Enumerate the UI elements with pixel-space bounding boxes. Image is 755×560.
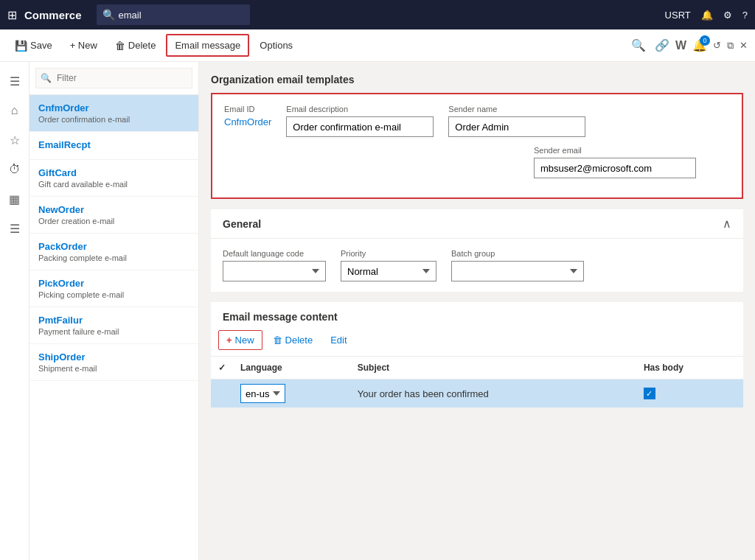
- table-header-row: ✓ Language Subject Has body: [211, 357, 743, 379]
- email-content-title: Email message content: [223, 311, 731, 323]
- sidebar-table-button[interactable]: ▦: [1, 186, 28, 212]
- email-id-group: Email ID CnfmOrder: [224, 105, 271, 137]
- list-item-title: PickOrder: [38, 278, 189, 289]
- lang-code-select[interactable]: [223, 261, 326, 281]
- priority-label: Priority: [341, 249, 436, 258]
- list-item-title: GiftCard: [38, 167, 189, 178]
- general-collapse-button[interactable]: ∧: [723, 217, 731, 231]
- delete-button[interactable]: 🗑 Delete: [108, 35, 164, 56]
- list-item-title: NewOrder: [38, 204, 189, 215]
- email-content-section: Email message content + New 🗑 Delete Edi…: [211, 302, 743, 408]
- list-item[interactable]: PickOrder Picking complete e-mail: [29, 270, 198, 307]
- filter-input[interactable]: [35, 68, 192, 88]
- sender-name-input[interactable]: [448, 116, 585, 137]
- connect-icon[interactable]: 🔗: [655, 38, 669, 52]
- top-navigation: ⊞ Commerce 🔍 USRT 🔔 ⚙ ?: [0, 0, 755, 29]
- email-id-label: Email ID: [224, 105, 271, 113]
- table-row[interactable]: en-us Your order has been confirmed ✓: [211, 379, 743, 408]
- col-subject: Subject: [350, 357, 636, 379]
- bell-icon[interactable]: 🔔: [701, 10, 713, 21]
- refresh-icon[interactable]: ↺: [713, 40, 721, 51]
- form-row-2: Sender email: [224, 146, 730, 178]
- content-panel: Organization email templates Email ID Cn…: [199, 62, 755, 560]
- user-label: USRT: [665, 10, 691, 21]
- sidebar-list-button[interactable]: ☰: [1, 215, 28, 242]
- list-item[interactable]: PackOrder Packing complete e-mail: [29, 234, 198, 270]
- table-body: en-us Your order has been confirmed ✓: [211, 379, 743, 408]
- delete-icon: 🗑: [115, 40, 125, 52]
- priority-select[interactable]: Normal High Low: [341, 261, 436, 281]
- row-language: en-us: [233, 379, 350, 408]
- list-item[interactable]: PmtFailur Payment failure e-mail: [29, 307, 198, 344]
- sender-email-group: Sender email: [534, 146, 696, 178]
- row-check: [211, 379, 233, 408]
- list-item-subtitle: Gift card available e-mail: [38, 180, 189, 189]
- list-item-title: PmtFailur: [38, 315, 189, 326]
- general-title: General: [223, 218, 261, 230]
- sidebar-recent-button[interactable]: ⏱: [1, 156, 28, 183]
- list-item-subtitle: Order creation e-mail: [38, 217, 189, 225]
- batch-group-group: Batch group: [451, 249, 584, 281]
- row-subject: Your order has been confirmed: [350, 379, 636, 408]
- new-button[interactable]: + New: [63, 35, 105, 55]
- content-edit-button[interactable]: Edit: [323, 331, 354, 349]
- app-title: Commerce: [24, 9, 82, 21]
- col-language: Language: [233, 357, 350, 379]
- sender-name-label: Sender name: [448, 105, 585, 113]
- main-layout: ☰ ⌂ ☆ ⏱ ▦ ☰ 🔍 CnfmOrder Order confirmati…: [0, 62, 755, 560]
- open-new-icon[interactable]: ⧉: [727, 40, 734, 52]
- list-item[interactable]: EmailRecpt: [29, 132, 198, 160]
- save-button[interactable]: 💾 Save: [7, 35, 60, 56]
- list-item[interactable]: NewOrder Order creation e-mail: [29, 197, 198, 234]
- email-desc-input[interactable]: [286, 116, 434, 137]
- sender-name-group: Sender name: [448, 105, 585, 137]
- content-table: ✓ Language Subject Has body en-us: [211, 357, 743, 408]
- list-panel: 🔍 CnfmOrder Order confirmation e-mail Em…: [29, 62, 199, 560]
- global-search-input[interactable]: [97, 4, 250, 25]
- form-row-1: Email ID CnfmOrder Email description Sen…: [224, 105, 730, 137]
- cmd-search-icon[interactable]: 🔍: [631, 38, 646, 52]
- list-item[interactable]: CnfmOrder Order confirmation e-mail: [29, 95, 198, 132]
- save-icon: 💾: [15, 40, 27, 52]
- org-template-title: Organization email templates: [211, 74, 743, 85]
- search-icon: 🔍: [102, 9, 115, 21]
- general-section-body: Default language code Priority Normal Hi…: [211, 239, 743, 292]
- has-body-checkbox[interactable]: ✓: [644, 388, 655, 399]
- command-bar: 💾 Save + New 🗑 Delete Email message Opti…: [0, 29, 755, 62]
- word-icon[interactable]: W: [675, 39, 686, 52]
- list-item-title: ShipOrder: [38, 351, 189, 363]
- sidebar-favorites-button[interactable]: ☆: [1, 127, 28, 153]
- sender-email-input[interactable]: [534, 158, 696, 178]
- sidebar-home-button[interactable]: ⌂: [1, 97, 28, 124]
- notification-icon[interactable]: 🔔 0: [692, 38, 707, 52]
- sidebar-menu-button[interactable]: ☰: [1, 68, 28, 94]
- language-select[interactable]: en-us: [240, 384, 285, 403]
- lang-code-group: Default language code: [223, 249, 326, 281]
- email-id-value[interactable]: CnfmOrder: [224, 116, 271, 127]
- email-desc-group: Email description: [286, 105, 434, 137]
- list-item[interactable]: ShipOrder Shipment e-mail: [29, 344, 198, 381]
- sender-email-label: Sender email: [534, 146, 696, 155]
- grid-icon[interactable]: ⊞: [7, 8, 17, 22]
- plus-icon: +: [226, 335, 232, 346]
- content-delete-button[interactable]: 🗑 Delete: [265, 331, 321, 349]
- col-has-body: Has body: [636, 357, 743, 379]
- search-wrap: 🔍: [97, 4, 406, 25]
- trash-icon: 🗑: [273, 335, 282, 346]
- priority-group: Priority Normal High Low: [341, 249, 436, 281]
- settings-icon[interactable]: ⚙: [723, 10, 732, 21]
- close-icon[interactable]: ✕: [740, 40, 748, 51]
- batch-group-select[interactable]: [451, 261, 584, 281]
- general-section: General ∧ Default language code Priority…: [211, 209, 743, 292]
- lang-code-label: Default language code: [223, 249, 326, 258]
- email-desc-label: Email description: [286, 105, 434, 113]
- options-button[interactable]: Options: [252, 35, 300, 55]
- email-template-box: Email ID CnfmOrder Email description Sen…: [211, 93, 743, 199]
- content-new-button[interactable]: + New: [218, 330, 262, 350]
- top-nav-right: USRT 🔔 ⚙ ?: [665, 10, 748, 21]
- content-toolbar: + New 🗑 Delete Edit: [211, 330, 743, 357]
- list-item-title: EmailRecpt: [38, 139, 189, 150]
- email-message-button[interactable]: Email message: [166, 34, 249, 57]
- list-item[interactable]: GiftCard Gift card available e-mail: [29, 160, 198, 197]
- help-icon[interactable]: ?: [742, 10, 748, 21]
